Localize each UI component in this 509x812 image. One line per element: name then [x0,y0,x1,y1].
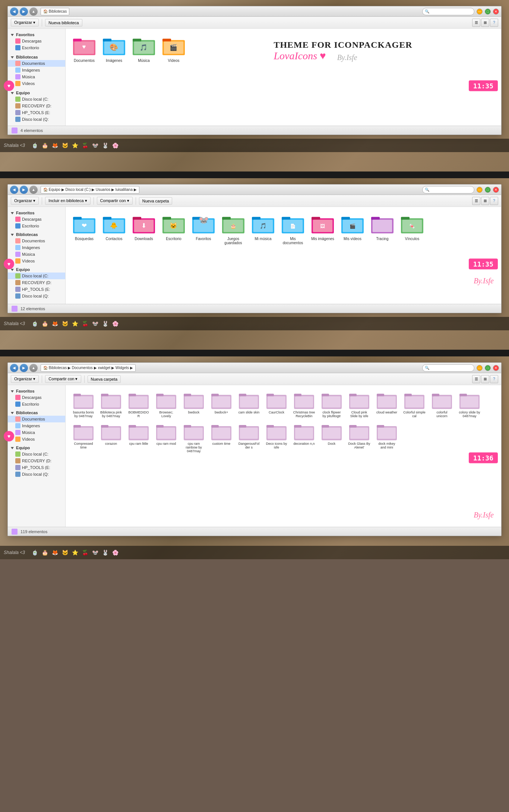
up-btn-3[interactable]: ▲ [29,364,38,372]
file-item-1[interactable]: Biblioteca pink by 0487may [98,390,124,419]
share-btn-3[interactable]: Compartir con ▾ [45,375,81,383]
file-item-25[interactable]: Dock Glass By Alenet' [347,422,372,454]
sidebar-fav-header-3[interactable]: Favoritos [8,387,65,394]
view-grid-btn-2[interactable]: ⊞ [481,197,489,205]
sidebar-e-3[interactable]: HP_TOOLS (E: [8,464,65,471]
file-item-20[interactable]: custom time [209,422,234,454]
sidebar-item-musica[interactable]: Música [8,73,65,80]
file-mis-videos[interactable]: 🎬 Mis vídeos [339,212,366,246]
back-button[interactable]: ◀ [10,7,18,16]
breadcrumb-2[interactable]: 🏠 Equipo ▶ Disco local (C:) ▶ Usuarios ▶… [41,186,139,193]
t3-icon-8[interactable]: 🐰 [101,548,110,557]
sidebar-computer-header[interactable]: Equipo [8,89,65,96]
file-juegos[interactable]: 🎂 Juegos guardados [220,212,247,246]
file-item-14[interactable]: colory slide by 0487may [457,390,482,419]
min-btn-3[interactable]: — [477,365,483,371]
close-btn-1[interactable]: ✕ [493,9,499,15]
file-mis-docs[interactable]: 📄 Mis documentos [279,212,306,246]
file-item-5[interactable]: bwdock+ [209,390,234,419]
heart-button[interactable]: ♥ [4,81,14,91]
new-folder-btn-3[interactable]: Nueva carpeta [88,375,121,383]
sidebar-descargas-2[interactable]: Descargas [8,216,65,223]
sidebar-item-c[interactable]: Disco local (C: [8,96,65,103]
view-grid-btn-3[interactable]: ⊞ [481,375,489,383]
taskbar-icon-fox[interactable]: 🦊 [50,141,59,150]
file-item-23[interactable]: decoration n,n [291,422,317,454]
file-item-documentos[interactable]: ♥ Documentos [71,34,98,64]
organize-btn-2[interactable]: Organizar ▾ [11,197,39,205]
close-btn-2[interactable]: ✕ [493,187,499,193]
share-btn-2[interactable]: Compartir con ▾ [97,197,133,205]
sidebar-lib-header-3[interactable]: Bibliotecas [8,409,65,416]
min-btn-2[interactable]: — [477,187,483,193]
sidebar-descargas-3[interactable]: Descargas [8,394,65,401]
sidebar-img-2[interactable]: Imágenes [8,244,65,251]
t3-icon-9[interactable]: 🌸 [111,548,120,557]
taskbar-icon-mickey[interactable]: 🐭 [91,141,99,150]
sidebar-mus-2[interactable]: Música [8,251,65,258]
minimize-btn-1[interactable]: — [477,9,483,15]
sidebar-item-imagenes[interactable]: Imágenes [8,67,65,73]
maximize-btn-1[interactable]: □ [485,9,491,15]
file-item-19[interactable]: cpu ram rainbow by 0487may [181,422,206,454]
file-tracing[interactable]: Tracing [369,212,396,246]
view-list-btn-2[interactable]: ☰ [472,197,480,205]
file-item-12[interactable]: Colorful simple cal [402,390,427,419]
organize-btn-3[interactable]: Organizar ▾ [11,375,39,383]
file-item-6[interactable]: cam slide skin [236,390,262,419]
file-item-0[interactable]: basunta bonis by 0487may [71,390,96,419]
file-mis-img[interactable]: 🖼 Mis imágenes [309,212,336,246]
t2-icon-6[interactable]: 🍒 [80,319,89,328]
sidebar-e-2[interactable]: HP_TOOLS (E: [8,286,65,293]
sidebar-c-2[interactable]: Disco local (C: [8,273,65,279]
file-item-2[interactable]: BOBMEDIDOR [126,390,151,419]
file-item-musica[interactable]: 🎵 Música [130,34,157,64]
view-list-btn-3[interactable]: ☰ [472,375,480,383]
file-item-21[interactable]: DangerousFolder s [236,422,262,454]
back-btn-2[interactable]: ◀ [10,186,18,194]
taskbar-icon-cherry[interactable]: 🍒 [80,141,89,150]
sidebar-q-2[interactable]: Disco local (Q: [8,293,65,299]
file-item-4[interactable]: bwdock [181,390,206,419]
file-item-3[interactable]: Browsec; Lovely [154,390,179,419]
sidebar-item-descargas[interactable]: Descargas [8,38,65,44]
help-btn-3[interactable]: ? [490,375,498,383]
organize-btn-1[interactable]: Organizar ▾ [11,19,39,26]
sidebar-item-d[interactable]: RECOVERY (D: [8,103,65,109]
file-item-9[interactable]: clock flipwer by pitufitogtr [319,390,344,419]
file-busquedas[interactable]: ❤ Búsquedas [71,212,98,246]
taskbar-icon-cake[interactable]: 🎂 [40,141,49,150]
t2-icon-3[interactable]: 🦊 [50,319,59,328]
forward-button[interactable]: ▶ [20,7,28,16]
file-item-8[interactable]: Christmas tree RecycleBin [291,390,317,419]
file-item-16[interactable]: corazon [98,422,124,454]
sidebar-comp-header-3[interactable]: Equipo [8,444,65,451]
t2-icon-1[interactable]: 🍵 [30,319,39,328]
search-bar-3[interactable]: 🔍 [422,364,474,372]
file-escritorio[interactable]: 🐱 Escritorio [160,212,187,246]
search-bar-2[interactable]: 🔍 [422,186,474,193]
search-bar-1[interactable]: 🔍 [422,8,474,15]
close-btn-3[interactable]: ✕ [493,365,499,371]
forward-btn-3[interactable]: ▶ [20,364,28,372]
sidebar-q-3[interactable]: Disco local (Q: [8,471,65,478]
help-btn-2[interactable]: ? [490,197,498,205]
file-item-18[interactable]: cpu ram mod [154,422,179,454]
sidebar-item-videos[interactable]: Vídeos [8,80,65,87]
file-item-imagenes[interactable]: 🎨 Imágenes [101,34,127,64]
t3-icon-2[interactable]: 🎂 [40,548,49,557]
file-item-26[interactable]: dock mikey and mini [374,422,399,454]
sidebar-d-2[interactable]: RECOVERY (D: [8,279,65,286]
include-btn[interactable]: Incluir en biblioteca ▾ [45,197,90,205]
taskbar-icon-star[interactable]: ⭐ [70,141,79,150]
file-item-7[interactable]: CaurClock [264,390,289,419]
breadcrumb-1[interactable]: 🏠 Bibliotecas [41,8,69,15]
sidebar-comp-header-2[interactable]: Equipo [8,266,65,273]
file-item-17[interactable]: cpu ram little [126,422,151,454]
file-favoritos[interactable]: 🐭 Favoritos [190,212,217,246]
heart-button-2[interactable]: ♥ [4,259,14,269]
sidebar-mus-3[interactable]: Música [8,429,65,436]
new-folder-btn-2[interactable]: Nueva carpeta [139,197,173,205]
sidebar-vid-3[interactable]: Vídeos [8,436,65,443]
up-button[interactable]: ▲ [29,7,38,16]
